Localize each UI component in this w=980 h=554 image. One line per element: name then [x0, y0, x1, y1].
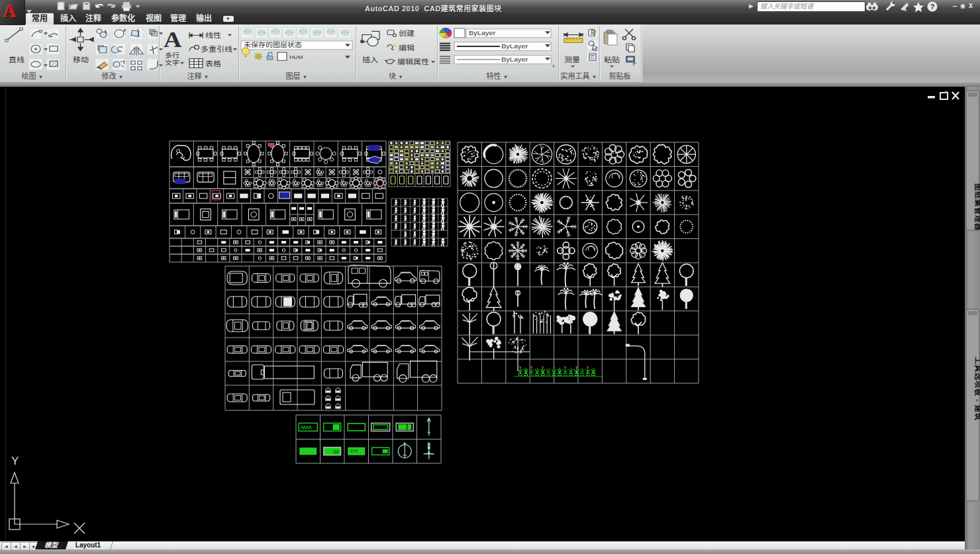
svg-text:Y: Y: [11, 455, 19, 467]
svg-text:编辑属性: 编辑属性: [397, 58, 429, 66]
svg-text:直线: 直线: [9, 56, 24, 64]
svg-text:HUM: HUM: [289, 54, 303, 60]
svg-text:多行: 多行: [165, 52, 179, 59]
svg-text:测量: 测量: [564, 56, 580, 64]
svg-text:文字: 文字: [165, 59, 179, 66]
svg-text:粘贴: 粘贴: [604, 56, 620, 64]
svg-text:未保存的图层状态: 未保存的图层状态: [244, 41, 302, 48]
svg-text:插入: 插入: [362, 56, 378, 64]
svg-text:图纸集管理器: 图纸集管理器: [974, 183, 980, 231]
svg-text:ByLayer: ByLayer: [501, 43, 528, 50]
svg-text:ByLayer: ByLayer: [469, 30, 496, 36]
svg-text:x: x: [552, 64, 555, 69]
svg-text:工具选项板 - 建筑: 工具选项板 - 建筑: [974, 357, 980, 421]
svg-text:ByLayer: ByLayer: [501, 56, 528, 63]
svg-text:?: ?: [930, 3, 935, 11]
svg-text:编辑: 编辑: [399, 44, 415, 52]
svg-text:线性: 线性: [205, 31, 221, 39]
svg-text:创建: 创建: [399, 29, 415, 37]
svg-text:A: A: [164, 28, 182, 52]
svg-text:移动: 移动: [73, 56, 89, 64]
svg-text:多重引线: 多重引线: [201, 45, 232, 53]
svg-text:表格: 表格: [205, 60, 221, 68]
